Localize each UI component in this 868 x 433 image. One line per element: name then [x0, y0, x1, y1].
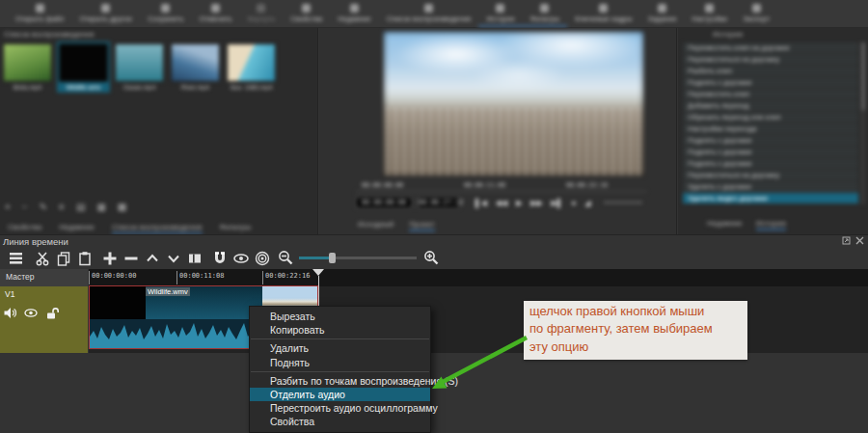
master-track-header[interactable]: Мастер [0, 269, 88, 286]
history-item[interactable]: Поднять с дорожки [683, 77, 858, 88]
tab-playlist[interactable]: Список воспроизведения [112, 223, 203, 234]
playlist-button[interactable]: Список воспроизведения [379, 0, 479, 25]
playlist-item[interactable]: River.mp4 [171, 43, 220, 91]
add-icon[interactable]: + [5, 202, 11, 212]
undo-button[interactable]: Отменить [191, 0, 239, 25]
history-item-selected[interactable]: Удалить видео дорожки [683, 193, 858, 203]
history-scrollbar[interactable] [861, 42, 865, 204]
export-button[interactable]: Экспорт [735, 0, 777, 25]
menu-item-cut[interactable]: Вырезать [250, 310, 430, 323]
ripple-delete-icon[interactable] [121, 248, 141, 268]
playlist-item[interactable]: Ocean.mp4 [115, 43, 164, 91]
zoom-slider-handle[interactable] [329, 253, 336, 263]
timeline-toolbar [0, 248, 868, 269]
split-icon[interactable] [184, 248, 204, 268]
history-item[interactable]: Обрезать переход или клип [683, 112, 858, 122]
rewind-icon[interactable]: ◀◀ [496, 199, 507, 207]
player-scrub-bar[interactable]: 00:00:00:00 00:00:11:08 00:00:22:16 [356, 180, 647, 192]
history-item[interactable]: Разбить клип [683, 66, 858, 76]
history-item[interactable]: Переместиться на дорожку [683, 54, 858, 65]
history-item[interactable]: Поднять с дорожки [683, 158, 858, 169]
tab-source[interactable]: Исходный [358, 220, 393, 231]
menu-item-remove[interactable]: Удалить [250, 341, 430, 355]
menu-item-properties[interactable]: Свойства [250, 415, 430, 428]
update-icon[interactable]: ✎ [40, 202, 47, 212]
mute-icon[interactable] [4, 307, 16, 319]
history-item[interactable]: Переместить клип [683, 89, 858, 99]
track-header-v1[interactable]: V1 [0, 286, 88, 353]
copy-icon[interactable] [53, 248, 73, 268]
lock-icon[interactable] [45, 307, 59, 319]
history-item[interactable]: Настройки перехода [683, 123, 858, 134]
zoom-out-icon[interactable] [276, 248, 296, 268]
history-button[interactable]: История [478, 0, 522, 27]
view-tiles-icon[interactable]: ▩ [118, 202, 126, 212]
playlist-item-selected[interactable]: Wildlife.wmv [59, 43, 108, 91]
settings-button[interactable]: Настройки [684, 0, 735, 25]
view-icons-icon[interactable]: ▦ [96, 202, 105, 212]
fast-forward-icon[interactable]: ▶▶ [530, 199, 542, 207]
keyframes-button[interactable]: Ключевые кадры [567, 0, 639, 25]
filters-button[interactable]: Фильтры [523, 0, 568, 27]
menu-icon[interactable]: ≡ [59, 202, 65, 212]
save-button[interactable]: Сохранить [140, 0, 191, 25]
history-item[interactable]: Поднять с дорожки [683, 135, 858, 146]
paste-icon[interactable] [74, 248, 95, 268]
scrub-while-dragging-icon[interactable] [231, 248, 251, 268]
hide-icon[interactable] [24, 307, 38, 319]
view-detailed-icon[interactable]: ▤ [76, 202, 85, 212]
clip-thumbnail [115, 43, 164, 82]
snap-icon[interactable] [209, 248, 230, 268]
lift-icon[interactable] [142, 248, 162, 268]
open-file-button[interactable]: Открыть файл [8, 0, 71, 25]
history-item[interactable]: Добавить переход [683, 100, 858, 111]
recent-icon [350, 4, 359, 13]
undock-icon[interactable] [842, 236, 851, 245]
overwrite-icon[interactable] [163, 248, 183, 268]
scrub-time: 00:00:11:08 [464, 181, 505, 189]
remove-icon[interactable]: − [22, 202, 28, 212]
scrollbar-thumb[interactable] [861, 42, 865, 110]
jobs-button[interactable]: Задания [640, 0, 685, 25]
open-other-button[interactable]: Открыть другое [71, 0, 140, 25]
playhead-handle[interactable] [312, 269, 324, 276]
tab-project[interactable]: Проект [409, 220, 434, 231]
menu-item-lift[interactable]: Поднять [250, 356, 430, 369]
tab-history-dock[interactable]: История [756, 219, 786, 230]
menu-item-copy[interactable]: Копировать [250, 323, 430, 337]
history-item[interactable]: Удалить с дорожки [683, 181, 858, 192]
history-item[interactable]: Переместить клип на дорожке [683, 42, 858, 53]
skip-start-icon[interactable]: ▌◀ [475, 199, 487, 207]
recent-button[interactable]: Недавние [330, 0, 378, 25]
ripple-icon[interactable] [252, 248, 272, 268]
volume-slider[interactable] [604, 202, 642, 203]
append-icon[interactable] [99, 248, 120, 268]
menu-item-detach-audio[interactable]: Отделить аудио [250, 388, 430, 401]
cut-icon[interactable] [32, 248, 52, 268]
play-icon[interactable]: ▶ [516, 199, 522, 207]
tab-filters[interactable]: Фильтры [220, 223, 252, 234]
playlist-item[interactable]: Sea_1080.mp4 [227, 43, 276, 91]
history-item[interactable]: Переместиться на дорожку [683, 170, 858, 180]
zoom-slider[interactable] [299, 257, 417, 259]
player-tabs: Исходный Проект [358, 220, 435, 231]
history-item[interactable]: Поднять с дорожки [683, 147, 858, 157]
tab-properties[interactable]: Свойства [8, 223, 41, 234]
timeline-ruler[interactable]: 00:00:00:00 00:00:11:08 00:00:22:16 [89, 269, 868, 286]
playlist-item[interactable]: Birds.mp4 [3, 43, 52, 91]
close-icon[interactable] [855, 236, 864, 245]
tab-recent-dock[interactable]: Недавние [707, 219, 743, 230]
menu-separator [251, 338, 429, 339]
scrub-time: 00:00:00:00 [362, 181, 403, 189]
menu-item-split[interactable]: Разбить по точкам воспроизведения (S) [250, 374, 430, 388]
current-time-field[interactable]: 00:00:00:00 [356, 197, 412, 208]
skip-end-icon[interactable]: ▶▌ [552, 199, 563, 207]
zoom-in-icon[interactable] [421, 248, 442, 268]
menu-item-rebuild-waveform[interactable]: Перестроить аудио осциллограмму [250, 401, 430, 415]
volume-icon[interactable]: ◢ [584, 199, 590, 207]
redo-button[interactable]: Вернуть [240, 0, 284, 25]
loop-icon[interactable]: ● [571, 199, 576, 207]
properties-button[interactable]: Свойства [283, 0, 330, 25]
timeline-menu-icon[interactable] [6, 248, 26, 268]
tab-recent[interactable]: Недавние [59, 223, 95, 234]
